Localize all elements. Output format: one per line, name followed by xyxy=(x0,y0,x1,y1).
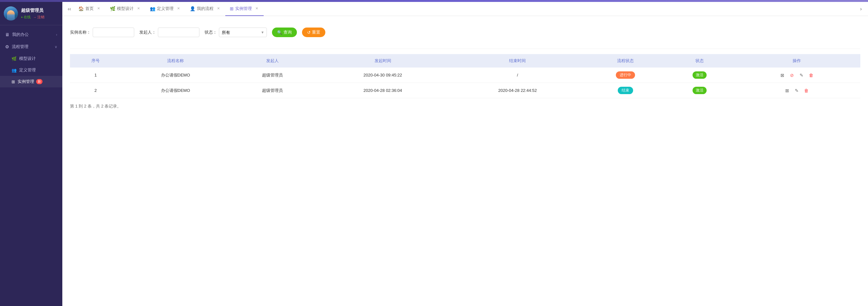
sidebar-item-instance-mgmt-label: 实例管理 xyxy=(18,79,34,84)
tab-nav-left-button[interactable]: ‹‹ xyxy=(65,4,74,13)
cell-initiator-2: 超级管理员 xyxy=(230,83,315,98)
sidebar-header: 超级管理员 在线 注销 xyxy=(0,2,62,25)
table-row: 1 办公请假DEMO 超级管理员 2020-04-30 09:45:22 / 进… xyxy=(70,67,860,83)
sidebar-item-define-mgmt-label: 定义管理 xyxy=(19,67,36,73)
content-area: ‹‹ 🏠 首页 ✕ 🌿 模型设计 ✕ 👥 定义管理 xyxy=(62,2,868,306)
leaf-icon: 🌿 xyxy=(11,56,17,61)
people-icon: 👥 xyxy=(11,68,17,73)
tab-define-mgmt-close[interactable]: ✕ xyxy=(176,6,181,11)
tab-home-label: 首页 xyxy=(85,6,94,11)
tab-nav-right-button[interactable]: › xyxy=(857,4,865,13)
sidebar-item-flowmgmt-label: 流程管理 xyxy=(12,44,28,50)
data-table: 序号 流程名称 发起人 发起时间 结束时间 流程状态 状态 操作 1 办公请假D… xyxy=(70,54,860,98)
sidebar-item-mywork[interactable]: 🖥 我的办公 › xyxy=(0,28,62,40)
sidebar-item-model-design[interactable]: 🌿 模型设计 xyxy=(0,53,62,64)
flow-status-badge-2: 结束 xyxy=(618,87,633,94)
col-index: 序号 xyxy=(70,54,121,67)
sidebar-item-model-design-label: 模型设计 xyxy=(19,56,36,61)
instance-name-input[interactable] xyxy=(93,28,134,37)
cell-flow-status-2: 结束 xyxy=(585,83,666,98)
col-action: 操作 xyxy=(733,54,860,67)
initiator-label: 发起人： xyxy=(140,29,156,35)
user-tab-icon: 👤 xyxy=(190,6,195,11)
cell-status-1: 激活 xyxy=(666,67,733,83)
cell-end-time-2: 2020-04-28 22:44:52 xyxy=(450,83,585,98)
cell-flow-status-1: 进行中 xyxy=(585,67,666,83)
filter-initiator: 发起人： xyxy=(140,28,199,37)
home-icon: 🏠 xyxy=(78,6,84,11)
desktop-icon: 🖥 xyxy=(5,32,9,37)
status-badge-1[interactable]: 激活 xyxy=(692,72,707,79)
cell-start-time-2: 2020-04-28 02:36:04 xyxy=(315,83,450,98)
filter-section: 实例名称： 发起人： 状态： 所有 进行中 结束 xyxy=(70,22,860,49)
tab-model-design-close[interactable]: ✕ xyxy=(136,6,141,11)
tab-model-design[interactable]: 🌿 模型设计 ✕ xyxy=(105,2,146,16)
col-start-time: 发起时间 xyxy=(315,54,450,67)
sidebar-item-mywork-label: 我的办公 xyxy=(12,32,29,37)
edit-icon-1[interactable]: ✎ xyxy=(798,72,805,79)
tab-my-flow-label: 我的流程 xyxy=(197,6,214,11)
table-body: 1 办公请假DEMO 超级管理员 2020-04-30 09:45:22 / 进… xyxy=(70,67,860,98)
tab-instance-mgmt-label: 实例管理 xyxy=(235,6,252,11)
instance-name-label: 实例名称： xyxy=(70,29,91,35)
reset-button-label: 重置 xyxy=(312,29,320,35)
tab-my-flow[interactable]: 👤 我的流程 ✕ xyxy=(185,2,225,16)
status-label: 状态： xyxy=(205,29,217,35)
sidebar-item-define-mgmt[interactable]: 👥 定义管理 xyxy=(0,64,62,76)
col-initiator: 发起人 xyxy=(230,54,315,67)
col-flow-status: 流程状态 xyxy=(585,54,666,67)
view-icon-1[interactable]: ⊠ xyxy=(779,72,786,79)
tab-home-close[interactable]: ✕ xyxy=(96,6,101,11)
chevron-right-icon: › xyxy=(56,33,57,36)
tab-instance-mgmt[interactable]: ⊞ 实例管理 ✕ xyxy=(225,2,264,16)
pagination-info: 第 1 到 2 条，共 2 条记录。 xyxy=(70,103,860,109)
tab-home[interactable]: 🏠 首页 ✕ xyxy=(74,2,105,16)
cell-start-time-1: 2020-04-30 09:45:22 xyxy=(315,67,450,83)
cell-end-time-1: / xyxy=(450,67,585,83)
cell-index-1: 1 xyxy=(70,67,121,83)
cell-index-2: 2 xyxy=(70,83,121,98)
sidebar-item-instance-mgmt[interactable]: ⊞ 实例管理 新 xyxy=(0,76,62,87)
status-badge-2[interactable]: 激活 xyxy=(692,87,707,94)
cell-initiator-1: 超级管理员 xyxy=(230,67,315,83)
ban-icon-1[interactable]: ⊘ xyxy=(788,72,796,79)
tab-define-mgmt[interactable]: 👥 定义管理 ✕ xyxy=(146,2,185,16)
gear-icon: ⚙ xyxy=(5,44,9,49)
status-select[interactable]: 所有 进行中 结束 挂起 xyxy=(219,28,267,37)
cell-flow-name-1: 办公请假DEMO xyxy=(121,67,230,83)
sidebar-status: 在线 注销 xyxy=(21,15,59,20)
col-status: 状态 xyxy=(666,54,733,67)
tab-instance-mgmt-close[interactable]: ✕ xyxy=(254,6,259,11)
filter-instance-name: 实例名称： xyxy=(70,28,134,37)
sidebar-item-flowmgmt[interactable]: ⚙ 流程管理 ∨ xyxy=(0,40,62,53)
delete-icon-1[interactable]: 🗑 xyxy=(808,72,815,79)
filter-status: 状态： 所有 进行中 结束 挂起 ▼ xyxy=(205,28,267,37)
leaf-tab-icon: 🌿 xyxy=(110,6,115,11)
col-flow-name: 流程名称 xyxy=(121,54,230,67)
tab-model-design-label: 模型设计 xyxy=(117,6,133,11)
tab-bar: ‹‹ 🏠 首页 ✕ 🌿 模型设计 ✕ 👥 定义管理 xyxy=(62,2,868,16)
cell-status-2: 激活 xyxy=(666,83,733,98)
cell-flow-name-2: 办公请假DEMO xyxy=(121,83,230,98)
new-badge: 新 xyxy=(36,79,42,84)
grid-icon: ⊞ xyxy=(11,79,15,84)
search-icon: 🔍 xyxy=(277,30,282,35)
people-tab-icon: 👥 xyxy=(150,6,155,11)
table-header: 序号 流程名称 发起人 发起时间 结束时间 流程状态 状态 操作 xyxy=(70,54,860,67)
action-icons-2: ⊠ ✎ 🗑 xyxy=(738,87,855,94)
col-end-time: 结束时间 xyxy=(450,54,585,67)
tab-my-flow-close[interactable]: ✕ xyxy=(216,6,221,11)
reset-button[interactable]: ↺ 重置 xyxy=(302,28,326,37)
search-button[interactable]: 🔍 查询 xyxy=(272,28,297,37)
cell-actions-2: ⊠ ✎ 🗑 xyxy=(733,83,860,98)
grid-tab-icon: ⊞ xyxy=(230,6,234,11)
delete-icon-2[interactable]: 🗑 xyxy=(803,87,810,94)
table-row: 2 办公请假DEMO 超级管理员 2020-04-28 02:36:04 202… xyxy=(70,83,860,98)
view-icon-2[interactable]: ⊠ xyxy=(784,87,790,94)
tab-define-mgmt-label: 定义管理 xyxy=(157,6,174,11)
edit-icon-2[interactable]: ✎ xyxy=(793,87,800,94)
sidebar: 超级管理员 在线 注销 🖥 我的办公 › ⚙ 流程管理 ∨ xyxy=(0,2,62,306)
main-content: 实例名称： 发起人： 状态： 所有 进行中 结束 xyxy=(62,16,868,306)
initiator-input[interactable] xyxy=(158,28,199,37)
logout-button[interactable]: 注销 xyxy=(33,15,44,20)
